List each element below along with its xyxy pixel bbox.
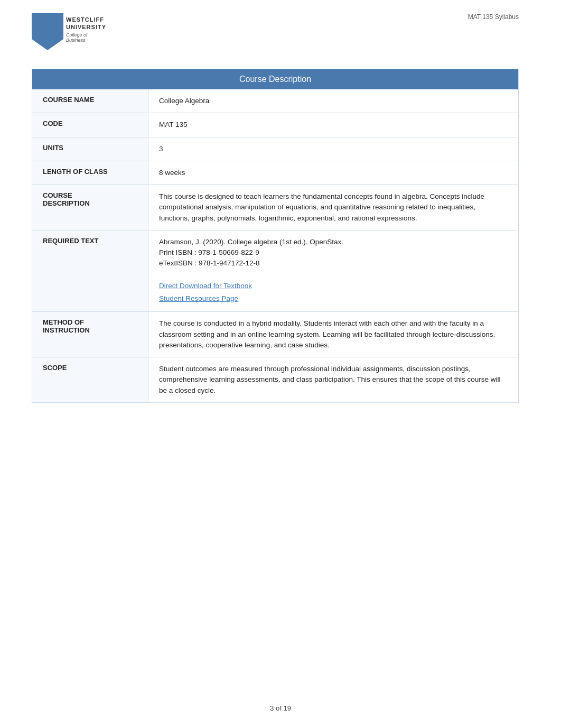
label-method: METHOD OFINSTRUCTION xyxy=(32,312,148,357)
value-course-name: College Algebra xyxy=(148,89,519,113)
table-row: UNITS 3 xyxy=(32,137,519,161)
section-title: Course Description xyxy=(32,69,519,90)
footer: 3 of 19 xyxy=(0,704,561,712)
label-code: CODE xyxy=(32,113,148,137)
label-units: UNITS xyxy=(32,137,148,161)
table-row: SCOPE Student outcomes are measured thro… xyxy=(32,357,519,403)
logo-text: WESTCLIFFUNIVERSITY College of Business xyxy=(66,16,106,43)
label-scope: SCOPE xyxy=(32,357,148,403)
table-row: COURSE NAME College Algebra xyxy=(32,89,519,113)
value-method: The course is conducted in a hybrid moda… xyxy=(148,312,519,357)
university-name: WESTCLIFFUNIVERSITY xyxy=(66,16,106,31)
section-header-row: Course Description xyxy=(32,69,519,90)
table-row: COURSEDESCRIPTION This course is designe… xyxy=(32,185,519,231)
logo-shape: WESTCLIFFUNIVERSITY College of Business xyxy=(32,11,90,53)
table-row: LENGTH OF CLASS 8 weeks xyxy=(32,161,519,185)
value-code: MAT 135 xyxy=(148,113,519,137)
page-header: WESTCLIFFUNIVERSITY College of Business … xyxy=(0,0,561,58)
page-number: 3 of 19 xyxy=(270,704,291,712)
main-content: Course Description COURSE NAME College A… xyxy=(0,58,561,424)
value-scope: Student outcomes are measured through pr… xyxy=(148,357,519,403)
table-row: CODE MAT 135 xyxy=(32,113,519,137)
value-units: 3 xyxy=(148,137,519,161)
label-course-name: COURSE NAME xyxy=(32,89,148,113)
value-course-description: This course is designed to teach learner… xyxy=(148,185,519,231)
value-length: 8 weeks xyxy=(148,161,519,185)
table-row: METHOD OFINSTRUCTION The course is condu… xyxy=(32,312,519,357)
label-course-description: COURSEDESCRIPTION xyxy=(32,185,148,231)
textbook-citation: Abramson, J. (2020). College algebra (1s… xyxy=(159,237,508,269)
value-required-text: Abramson, J. (2020). College algebra (1s… xyxy=(148,230,519,312)
page-label: MAT 135 Syllabus xyxy=(468,11,519,21)
logo: WESTCLIFFUNIVERSITY College of Business xyxy=(32,11,90,53)
textbook-download-link[interactable]: Direct Download for Textbook xyxy=(159,280,508,292)
label-required-text: REQUIRED TEXT xyxy=(32,230,148,312)
shield-icon xyxy=(32,13,63,50)
table-row: REQUIRED TEXT Abramson, J. (2020). Colle… xyxy=(32,230,519,312)
student-resources-link[interactable]: Student Resources Page xyxy=(159,292,508,305)
label-length: LENGTH OF CLASS xyxy=(32,161,148,185)
college-name: College of Business xyxy=(66,32,106,43)
course-description-table: Course Description COURSE NAME College A… xyxy=(32,69,519,403)
